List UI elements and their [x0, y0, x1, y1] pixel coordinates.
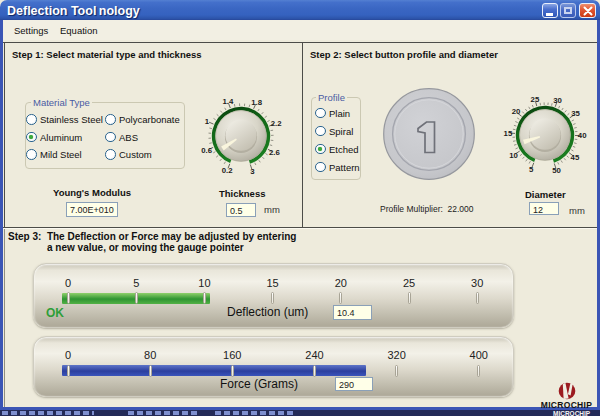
- svg-text:20: 20: [512, 107, 521, 116]
- svg-text:1.8: 1.8: [251, 98, 263, 107]
- svg-text:30: 30: [553, 96, 562, 105]
- svg-text:5: 5: [529, 165, 534, 174]
- svg-text:0.6: 0.6: [201, 146, 213, 155]
- svg-text:45: 45: [571, 153, 580, 162]
- svg-text:10: 10: [509, 151, 518, 160]
- svg-text:40: 40: [578, 131, 587, 140]
- svg-text:0.2: 0.2: [222, 166, 234, 175]
- svg-text:1: 1: [205, 117, 210, 126]
- svg-text:50: 50: [552, 166, 561, 175]
- svg-text:2.6: 2.6: [269, 148, 281, 157]
- svg-text:MICROCHIP: MICROCHIP: [541, 400, 592, 410]
- svg-text:25: 25: [531, 95, 540, 104]
- svg-text:35: 35: [571, 109, 580, 118]
- svg-text:2.2: 2.2: [271, 119, 283, 128]
- svg-text:1.4: 1.4: [222, 97, 234, 106]
- svg-text:3: 3: [250, 167, 255, 176]
- svg-text:15: 15: [504, 129, 513, 138]
